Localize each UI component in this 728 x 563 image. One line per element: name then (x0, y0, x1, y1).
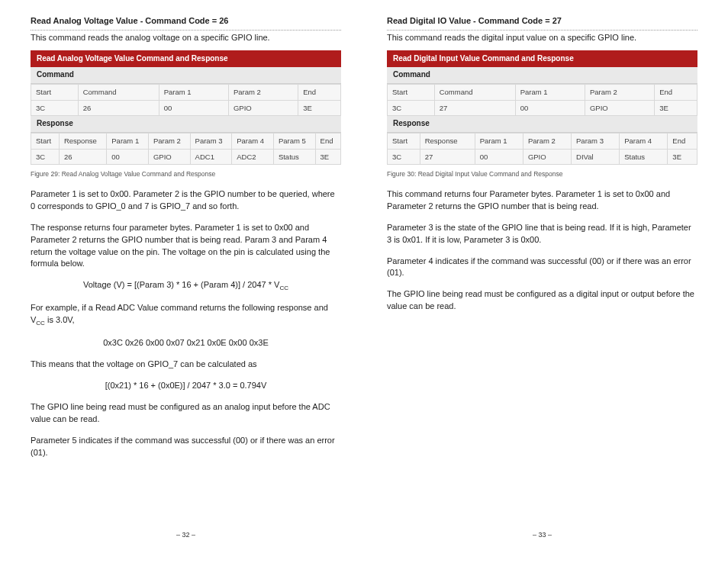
table-row: Start Command Param 1 Param 2 End (388, 84, 697, 100)
cell: GPIO (585, 100, 654, 116)
page-spread: Read Analog Voltage Value - Command Code… (0, 0, 728, 549)
cell: ADC2 (232, 149, 274, 165)
cell: ADC1 (190, 149, 232, 165)
cell: Status (620, 149, 668, 165)
paragraph: This command returns four Parameter byte… (387, 188, 697, 213)
cell: 3E (298, 100, 341, 116)
cell: End (298, 84, 341, 100)
cell: Command (434, 84, 515, 100)
cell: 3C (388, 100, 435, 116)
page-number: – 33 – (533, 530, 552, 540)
cell: Param 4 (620, 133, 668, 149)
cell: Param 1 (475, 133, 523, 149)
table-row: 3C 26 00 GPIO 3E (31, 100, 341, 116)
cell: Param 2 (228, 84, 298, 100)
cell: Status (273, 149, 315, 165)
intro-text: This command reads the digital input val… (387, 32, 697, 44)
cell: Param 2 (148, 133, 190, 149)
voltage-formula: Voltage (V) = [(Param 3) * 16 + (Param 4… (31, 279, 341, 293)
command-subhead: Command (387, 67, 697, 84)
paragraph: Parameter 4 indicates if the command was… (387, 256, 697, 280)
command-grid: Start Command Param 1 Param 2 End 3C 26 … (31, 84, 341, 117)
paragraph: The response returns four parameter byte… (31, 222, 341, 271)
cell: Param 4 (232, 133, 274, 149)
table-row: 3C 26 00 GPIO ADC1 ADC2 Status 3E (31, 149, 341, 165)
cell: Param 2 (585, 84, 654, 100)
page-number: – 32 – (176, 530, 195, 540)
cell: 3C (31, 100, 79, 116)
command-grid: Start Command Param 1 Param 2 End 3C 27 … (387, 84, 697, 117)
section-title: Read Analog Voltage Value - Command Code… (31, 15, 341, 27)
table-title: Read Digital Input Value Command and Res… (387, 50, 697, 68)
table-row: Start Command Param 1 Param 2 End (31, 84, 341, 100)
cell: Param 3 (190, 133, 232, 149)
paragraph: Parameter 3 is the state of the GPIO lin… (387, 222, 697, 246)
left-column: Read Analog Voltage Value - Command Code… (31, 15, 341, 549)
cell: Param 1 (107, 133, 149, 149)
response-grid: Start Response Param 1 Param 2 Param 3 P… (387, 133, 697, 166)
command-subhead: Command (31, 67, 341, 84)
cell: Param 1 (159, 84, 228, 100)
formula-text: Voltage (V) = [(Param 3) * 16 + (Param 4… (83, 280, 279, 289)
right-column: Read Digital IO Value - Command Code = 2… (387, 15, 697, 549)
intro-text: This command reads the analog voltage on… (31, 32, 341, 44)
cell: GPIO (148, 149, 190, 165)
cell: Command (78, 84, 159, 100)
text: For example, if a Read ADC Value command… (31, 303, 328, 324)
subscript: CC (36, 320, 45, 327)
table-row: 3C 27 00 GPIO 3E (388, 100, 697, 116)
cell: Start (31, 84, 79, 100)
table-row: Start Response Param 1 Param 2 Param 3 P… (31, 133, 341, 149)
hex-example: 0x3C 0x26 0x00 0x07 0x21 0x0E 0x00 0x3E (31, 337, 341, 349)
cell: GPIO (523, 149, 571, 165)
table-row: Start Response Param 1 Param 2 Param 3 P… (388, 133, 697, 149)
cell: 00 (475, 149, 523, 165)
cell: Param 5 (273, 133, 315, 149)
cell: 3E (315, 149, 340, 165)
cell: 00 (515, 100, 585, 116)
paragraph: This means that the voltage on GPIO_7 ca… (31, 359, 341, 371)
figure-caption: Figure 29: Read Analog Voltage Value Com… (31, 169, 341, 179)
cell: 3C (388, 149, 420, 165)
cell: Param 3 (572, 133, 620, 149)
cell: End (655, 84, 697, 100)
cell: Response (420, 133, 475, 149)
text: is 3.0V, (45, 315, 75, 324)
cell: 3E (668, 149, 697, 165)
paragraph: The GPIO line being read must be configu… (31, 401, 341, 426)
cell: 27 (420, 149, 475, 165)
response-subhead: Response (387, 116, 697, 133)
calc-formula: [(0x21) * 16 + (0x0E)] / 2047 * 3.0 = 0.… (31, 380, 341, 392)
cell: Param 2 (523, 133, 571, 149)
figure-caption: Figure 30: Read Digital Input Value Comm… (387, 169, 697, 179)
cell: End (668, 133, 697, 149)
table-row: 3C 27 00 GPIO DIVal Status 3E (388, 149, 697, 165)
response-grid: Start Response Param 1 Param 2 Param 3 P… (31, 133, 341, 166)
cell: 27 (434, 100, 515, 116)
paragraph: Parameter 1 is set to 0x00. Parameter 2 … (31, 188, 341, 213)
paragraph: For example, if a Read ADC Value command… (31, 302, 341, 328)
response-subhead: Response (31, 116, 341, 133)
command-table: Read Digital Input Value Command and Res… (387, 50, 697, 166)
table-title: Read Analog Voltage Value Command and Re… (31, 50, 341, 68)
cell: Param 1 (515, 84, 585, 100)
command-table: Read Analog Voltage Value Command and Re… (31, 50, 341, 166)
divider (387, 29, 697, 31)
cell: Start (388, 84, 435, 100)
paragraph: The GPIO line being read must be configu… (387, 288, 697, 313)
cell: 26 (59, 149, 106, 165)
cell: Response (59, 133, 106, 149)
cell: 3E (655, 100, 697, 116)
cell: GPIO (228, 100, 298, 116)
cell: 00 (159, 100, 228, 116)
divider (31, 29, 341, 31)
subscript: CC (279, 285, 288, 292)
cell: Start (388, 133, 420, 149)
cell: Start (31, 133, 60, 149)
cell: 26 (78, 100, 159, 116)
cell: 3C (31, 149, 60, 165)
cell: 00 (107, 149, 149, 165)
cell: End (315, 133, 340, 149)
cell: DIVal (572, 149, 620, 165)
section-title: Read Digital IO Value - Command Code = 2… (387, 15, 697, 27)
